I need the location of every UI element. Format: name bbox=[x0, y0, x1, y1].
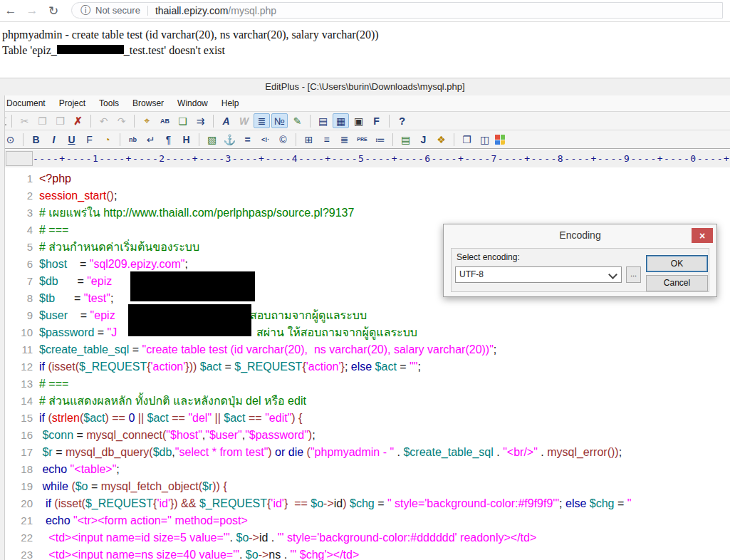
toolbar-separator bbox=[392, 133, 393, 146]
goto-line-icon[interactable]: ⇉ bbox=[192, 113, 209, 128]
toolbar-separator bbox=[11, 115, 12, 128]
align-center-icon[interactable]: ≡ bbox=[318, 132, 335, 147]
context-help-icon[interactable]: ? bbox=[394, 113, 410, 128]
line-number: 14 bbox=[6, 393, 33, 410]
line-number: 17 bbox=[6, 444, 33, 461]
find-in-files-icon[interactable]: ❏ bbox=[174, 113, 191, 128]
menu-tools[interactable]: Tools bbox=[98, 97, 120, 110]
code-line[interactable]: 10$password = "J สผ่าน ให้สอบถามจากผู้ดู… bbox=[0, 324, 730, 341]
anchor-icon[interactable]: ⚓ bbox=[221, 132, 238, 147]
list-icon[interactable]: ≔ bbox=[372, 132, 388, 147]
encoding-dialog: Encoding × Select encoding: UTF-8 ... OK… bbox=[443, 224, 717, 297]
line-break-icon[interactable]: ↵ bbox=[142, 132, 159, 147]
object-icon[interactable]: ❖ bbox=[433, 132, 449, 147]
undo-icon[interactable]: ↶ bbox=[95, 113, 112, 128]
datetime-icon[interactable]: ◔ bbox=[99, 132, 115, 147]
windows-logo-icon[interactable] bbox=[494, 134, 505, 145]
redaction-box bbox=[128, 304, 251, 336]
code-line[interactable]: 12if (isset($_REQUEST{'action'})) $act =… bbox=[0, 358, 730, 375]
font-tag-icon[interactable]: F bbox=[81, 132, 98, 147]
copy-icon[interactable]: ❐ bbox=[34, 113, 51, 128]
paste-icon[interactable]: ❒ bbox=[52, 113, 68, 128]
ruler-marks: ----+----1----+----2----+----3----+----4… bbox=[33, 150, 730, 167]
watch-icon[interactable]: W bbox=[236, 113, 252, 128]
code-line[interactable]: 20 if (isset($_REQUEST{'id'}) && $_REQUE… bbox=[0, 495, 730, 512]
bold-icon[interactable]: B bbox=[28, 132, 44, 147]
syntax-icon[interactable]: ✎ bbox=[289, 113, 306, 128]
menu-browser[interactable]: Browser bbox=[131, 97, 165, 110]
word-wrap-icon[interactable]: ≣ bbox=[254, 113, 270, 128]
align-right-icon[interactable]: ≣ bbox=[336, 132, 353, 147]
toolbar-separator bbox=[90, 115, 91, 128]
table-icon[interactable]: ⊞ bbox=[301, 132, 317, 147]
delete-icon[interactable]: ✗ bbox=[70, 113, 86, 128]
select-encoding-label: Select encoding: bbox=[457, 252, 520, 262]
menu-document[interactable]: Document bbox=[5, 97, 47, 110]
comment-icon[interactable]: <!· bbox=[257, 132, 273, 147]
code-line[interactable]: 13# === bbox=[0, 375, 730, 393]
code-line[interactable]: 17 $r = mysql_db_query($db,"select * fro… bbox=[0, 444, 730, 461]
code-line[interactable]: 18 echo "<table>"; bbox=[0, 461, 730, 478]
hr-icon[interactable]: = bbox=[239, 132, 256, 147]
output-pane-icon[interactable]: ▤ bbox=[315, 113, 331, 128]
special-char-icon[interactable]: © bbox=[275, 132, 291, 147]
user-tool-icon[interactable]: ▣ bbox=[350, 113, 367, 128]
nbsp-icon[interactable]: nb bbox=[125, 132, 141, 147]
code-line[interactable]: 1<?php bbox=[0, 170, 730, 187]
pre-icon[interactable]: PRE bbox=[354, 132, 370, 147]
code-line[interactable]: 23 <td><input name=ns size=40 value='". … bbox=[0, 546, 730, 560]
toolbar-separator bbox=[454, 133, 454, 146]
editplus-window: EditPlus - [C:\Users\burin\Downloads\mys… bbox=[0, 78, 730, 560]
new-window-icon[interactable]: ❐ bbox=[459, 132, 475, 147]
image-icon[interactable]: ▧ bbox=[204, 132, 220, 147]
menu-help[interactable]: Help bbox=[220, 97, 241, 110]
form-icon[interactable]: ▤ bbox=[397, 132, 414, 147]
close-icon[interactable]: × bbox=[692, 228, 713, 243]
font-icon[interactable]: A bbox=[218, 113, 234, 128]
line-number: 8 bbox=[6, 290, 33, 307]
heading-icon[interactable]: H bbox=[178, 132, 194, 147]
url-path: /mysql.php bbox=[228, 5, 276, 16]
line-number: 23 bbox=[6, 546, 33, 560]
code-line[interactable]: 9$user = "epiz ช้ ให้สอบถามจากผู้ดูแลระบ… bbox=[0, 307, 730, 324]
forward-icon[interactable]: → bbox=[21, 1, 43, 20]
address-bar[interactable]: ⓘ Not secure thaiall.epizy.com/mysql.php bbox=[71, 2, 723, 19]
code-line[interactable]: 16 $conn = mysql_connect("$host","$user"… bbox=[0, 427, 730, 444]
side-panel-icon[interactable]: ▦ bbox=[333, 113, 349, 128]
encoding-dropdown[interactable]: UTF-8 bbox=[455, 266, 622, 283]
find-icon[interactable]: ⌖ bbox=[139, 113, 155, 128]
browse-button[interactable]: ... bbox=[626, 266, 641, 283]
code-line[interactable]: 11$create_table_sql = "create table test… bbox=[0, 341, 730, 358]
paragraph-icon[interactable]: ¶ bbox=[160, 132, 177, 147]
reload-icon[interactable]: ↻ bbox=[43, 1, 64, 20]
toolbar-separator bbox=[120, 133, 120, 146]
line-number: 19 bbox=[6, 478, 33, 495]
toolbar-separator bbox=[134, 115, 135, 128]
javascript-icon[interactable]: J bbox=[415, 132, 432, 147]
redaction-box bbox=[130, 271, 255, 301]
code-line[interactable]: 15if (strlen($act) == 0 || $act == "del"… bbox=[0, 410, 730, 427]
underline-icon[interactable]: U bbox=[63, 132, 80, 147]
tile-window-icon[interactable]: ◫ bbox=[476, 132, 493, 147]
code-line[interactable]: 2session_start(); bbox=[0, 187, 730, 204]
code-line[interactable]: 21 echo "<tr><form action='' method=post… bbox=[0, 512, 730, 529]
menu-window[interactable]: Window bbox=[176, 97, 209, 110]
info-icon[interactable]: ⓘ bbox=[80, 4, 90, 17]
page-line-2: Table 'epiz__test.test' doesn't exist bbox=[2, 43, 379, 58]
italic-icon[interactable]: I bbox=[46, 132, 62, 147]
line-number: 1 bbox=[6, 170, 33, 187]
code-line[interactable]: 3# เผยแพร่ใน http://www.thaiall.com/perl… bbox=[0, 204, 730, 222]
replace-icon[interactable]: AB bbox=[157, 113, 173, 128]
function-list-icon[interactable]: F bbox=[368, 113, 385, 128]
back-icon[interactable]: ← bbox=[0, 1, 21, 20]
cut-icon[interactable]: ✂ bbox=[16, 113, 33, 128]
cancel-button[interactable]: Cancel bbox=[646, 275, 708, 291]
ok-button[interactable]: OK bbox=[646, 255, 708, 272]
menu-project[interactable]: Project bbox=[58, 97, 87, 110]
code-line[interactable]: 22 <td><input name=id size=5 value='". $… bbox=[0, 529, 730, 546]
line-number-icon[interactable]: № bbox=[271, 113, 288, 128]
code-line[interactable]: 19 while ($o = mysql_fetch_object($r)) { bbox=[0, 478, 730, 495]
redo-icon[interactable]: ↷ bbox=[113, 113, 130, 128]
line-number: 22 bbox=[6, 529, 33, 546]
code-line[interactable]: 14# ส่วนแสดงผลหลัก ทั้งปกติ และหลังกดปุ่… bbox=[0, 393, 730, 410]
